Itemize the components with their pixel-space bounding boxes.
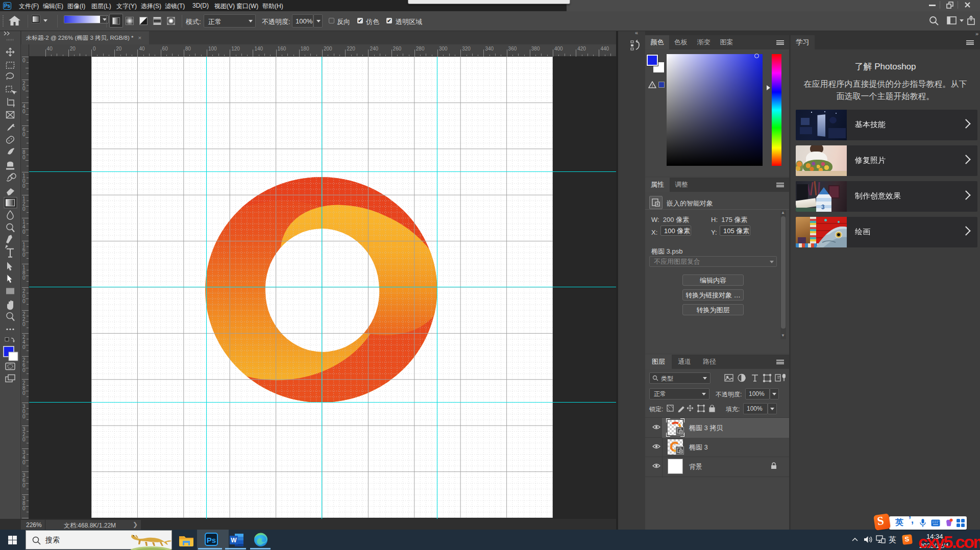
svg-text:!: ! xyxy=(652,83,653,88)
svg-text:W: W xyxy=(231,537,237,544)
